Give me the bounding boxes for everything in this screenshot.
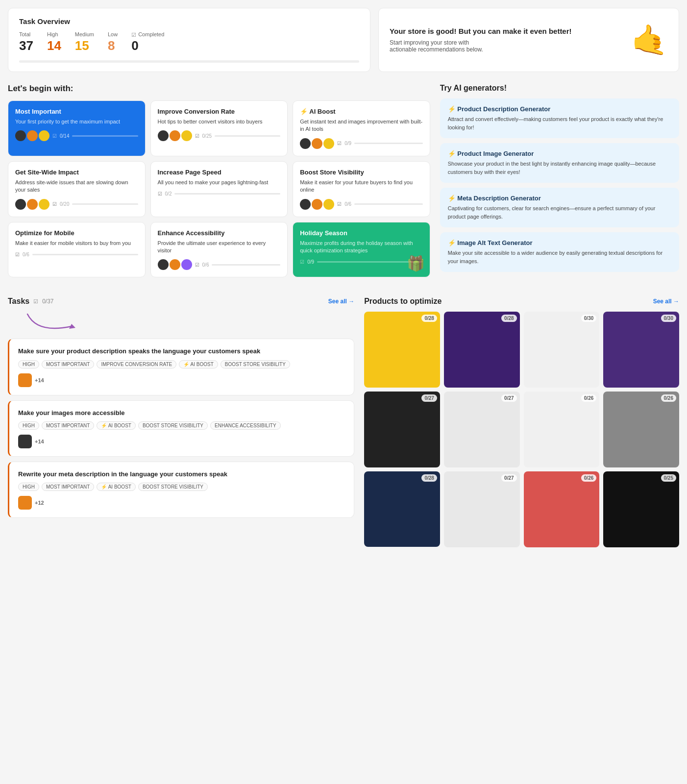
- product-cell[interactable]: 0/26: [524, 471, 600, 547]
- ai-card-product-desc[interactable]: ⚡ Product Description GeneratorAttract a…: [440, 98, 679, 138]
- task-tag: MOST IMPORTANT: [42, 483, 94, 491]
- cat-desc-boost-visibility: Make it easier for your future buyers to…: [300, 179, 423, 194]
- products-see-all[interactable]: See all →: [653, 298, 679, 305]
- holiday-icon: 🎁: [407, 255, 425, 272]
- product-badge: 0/25: [661, 474, 676, 482]
- task-tag: HIGH: [18, 360, 39, 368]
- cat-progress-bar: [32, 254, 138, 255]
- cat-title-optimize-mobile: Optimize for Mobile: [15, 229, 138, 237]
- cat-footer-improve-conversion: ☑0/25: [158, 130, 281, 141]
- high-value: 14: [47, 38, 61, 53]
- cat-count-site-wide-impact: 0/20: [60, 201, 69, 207]
- product-cell[interactable]: 0/25: [603, 471, 679, 547]
- cat-title-holiday-season: Holiday Season: [300, 229, 423, 237]
- cat-footer-optimize-mobile: ☑0/6: [15, 252, 138, 257]
- product-badge: 0/27: [501, 394, 516, 402]
- tasks-see-all[interactable]: See all →: [328, 298, 354, 305]
- cat-count-enhance-accessibility: 0/6: [202, 262, 209, 268]
- product-cell[interactable]: 0/28: [444, 312, 520, 388]
- cat-footer-page-speed: ☑0/2: [158, 191, 281, 196]
- cat-footer-boost-visibility: ☑0/6: [300, 199, 423, 210]
- product-cell[interactable]: 0/28: [364, 312, 440, 388]
- avatar-dot: [312, 199, 322, 210]
- store-good-desc: Start improving your store with actionab…: [390, 39, 488, 53]
- cat-progress-bar: [212, 264, 280, 266]
- task-product-count: +14: [35, 439, 44, 444]
- task-products-task-1: +14: [18, 373, 345, 387]
- category-card-page-speed[interactable]: Increase Page SpeedAll you need to make …: [150, 161, 288, 217]
- task-tags-task-3: HIGHMOST IMPORTANT⚡ AI BOOSTBOOST STORE …: [18, 483, 345, 491]
- category-card-enhance-accessibility[interactable]: Enhance AccessibilityProvide the ultimat…: [150, 222, 288, 278]
- cat-footer-enhance-accessibility: ☑0/6: [158, 259, 281, 270]
- task-card-task-1[interactable]: Make sure your product description speak…: [8, 339, 354, 395]
- avatar-dot: [158, 130, 169, 141]
- category-card-ai-boost[interactable]: ⚡ AI BoostGet instant text and images im…: [293, 100, 430, 156]
- task-product-count: +14: [35, 377, 44, 383]
- product-badge: 0/28: [501, 315, 516, 322]
- product-cell[interactable]: 0/26: [524, 392, 600, 467]
- product-cell[interactable]: 0/26: [603, 392, 679, 467]
- category-card-holiday-season[interactable]: Holiday SeasonMaximize profits during th…: [293, 222, 430, 278]
- category-card-boost-visibility[interactable]: Boost Store VisibilityMake it easier for…: [293, 161, 430, 217]
- product-cell[interactable]: 0/27: [444, 392, 520, 467]
- product-cell[interactable]: 0/30: [603, 312, 679, 388]
- lightning-icon: ⚡: [448, 195, 456, 202]
- avatar-dot: [181, 259, 192, 270]
- cat-check-icon: ☑: [337, 201, 342, 207]
- cat-footer-ai-boost: ☑0/9: [300, 138, 423, 149]
- product-cell[interactable]: 0/28: [364, 471, 440, 547]
- avatar-dot: [39, 199, 49, 210]
- product-cell[interactable]: 0/27: [444, 471, 520, 547]
- category-card-site-wide-impact[interactable]: Get Site-Wide ImpactAddress site-wide is…: [8, 161, 146, 217]
- task-tag: IMPROVE CONVERSION RATE: [97, 360, 176, 368]
- lightning-icon: ⚡: [448, 150, 456, 157]
- cat-title-most-important: Most Important: [15, 108, 138, 115]
- ai-card-desc-image-alt: Make your site accessible to a wider aud…: [448, 249, 671, 265]
- task-tag: ENHANCE ACCESSIBILITY: [210, 421, 281, 430]
- cat-count-optimize-mobile: 0/6: [23, 252, 29, 257]
- store-good-card: Your store is good! But you can make it …: [378, 8, 679, 72]
- category-card-most-important[interactable]: Most ImportantYour first priority to get…: [8, 100, 146, 156]
- total-label: Total: [19, 31, 33, 37]
- task-tag: HIGH: [18, 421, 39, 430]
- product-grid: 0/280/280/300/300/270/270/260/260/280/27…: [364, 312, 679, 547]
- tasks-header: Tasks ☑ 0/37 See all →: [8, 297, 354, 306]
- ai-card-meta-desc[interactable]: ⚡ Meta Description GeneratorCaptivating …: [440, 188, 679, 227]
- avatar-dot: [15, 130, 26, 141]
- avatar-dot: [300, 199, 311, 210]
- product-cell[interactable]: 0/30: [524, 312, 600, 388]
- task-overview-title: Task Overview: [19, 17, 359, 25]
- tasks-title: Tasks: [8, 297, 29, 306]
- avatar-dot: [323, 199, 334, 210]
- product-cell[interactable]: 0/27: [364, 392, 440, 467]
- task-tag: ⚡ AI BOOST: [97, 483, 135, 491]
- cat-title-site-wide-impact: Get Site-Wide Impact: [15, 169, 138, 176]
- cat-check-icon: ☑: [195, 262, 199, 268]
- ai-card-title-product-image: ⚡ Product Image Generator: [448, 150, 671, 157]
- task-tag: MOST IMPORTANT: [42, 421, 94, 430]
- products-title: Products to optimize: [364, 297, 442, 306]
- category-card-optimize-mobile[interactable]: Optimize for MobileMake it easier for mo…: [8, 222, 146, 278]
- task-card-task-2[interactable]: Make your images more accessibleHIGHMOST…: [8, 400, 354, 457]
- task-card-title-task-3: Rewrite your meta description in the lan…: [18, 470, 345, 479]
- cat-count-boost-visibility: 0/6: [344, 201, 351, 207]
- cat-progress-bar: [72, 203, 138, 205]
- cat-check-icon: ☑: [15, 252, 20, 257]
- category-grid: Most ImportantYour first priority to get…: [8, 100, 430, 277]
- category-card-improve-conversion[interactable]: Improve Conversion RateHot tips to bette…: [150, 100, 288, 156]
- task-tag: HIGH: [18, 483, 39, 491]
- ai-cards-container: ⚡ Product Description GeneratorAttract a…: [440, 98, 679, 272]
- task-tag: ⚡ AI BOOST: [179, 360, 218, 368]
- cat-progress-bar: [354, 143, 423, 144]
- cat-check-icon: ☑: [52, 133, 57, 139]
- task-card-task-3[interactable]: Rewrite your meta description in the lan…: [8, 462, 354, 518]
- task-tag: BOOST STORE VISIBILITY: [221, 360, 290, 368]
- ai-card-product-image[interactable]: ⚡ Product Image GeneratorShowcase your p…: [440, 143, 679, 183]
- task-card-title-task-2: Make your images more accessible: [18, 409, 345, 417]
- task-product-img: [18, 373, 32, 387]
- cat-desc-optimize-mobile: Make it easier for mobile visitors to bu…: [15, 240, 138, 247]
- avatar-dot: [27, 199, 38, 210]
- ai-card-image-alt[interactable]: ⚡ Image Alt Text GeneratorMake your site…: [440, 232, 679, 272]
- cat-progress-bar: [174, 193, 280, 195]
- completed-value: 0: [131, 38, 164, 53]
